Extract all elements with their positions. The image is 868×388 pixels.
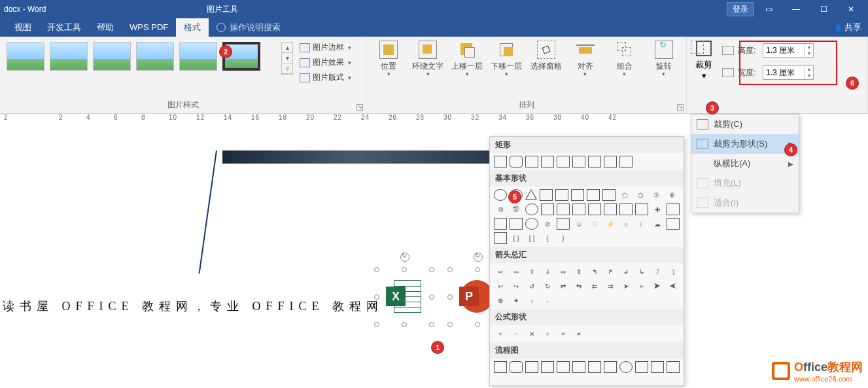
shape-item[interactable]: ⑫ <box>510 203 523 215</box>
shape-not-equal[interactable]: ≠ <box>572 328 585 340</box>
shape-arrow[interactable]: ⇉ <box>604 280 617 292</box>
shape-item[interactable]: ☾ <box>635 218 648 230</box>
group-button[interactable]: 组合▾ <box>606 39 643 77</box>
selection-pane-button[interactable]: 选择窗格 <box>528 39 564 71</box>
shape-item[interactable] <box>557 203 570 215</box>
tab-format[interactable]: 格式 <box>176 18 209 37</box>
shape-arrow[interactable]: ⊕ <box>494 294 507 306</box>
shape-item[interactable]: ⬠ <box>618 189 631 201</box>
send-backward-button[interactable]: 下移一层▾ <box>488 39 525 77</box>
style-thumb[interactable] <box>179 42 217 71</box>
position-button[interactable]: 位置▾ <box>370 39 407 77</box>
style-thumb[interactable] <box>7 42 44 71</box>
close-icon[interactable]: ✕ <box>838 2 864 16</box>
picture-effects-button[interactable]: 图片效果▾ <box>300 57 351 68</box>
style-thumb[interactable] <box>136 42 174 71</box>
shape-arrow[interactable]: ⮜ <box>667 280 680 292</box>
tab-help[interactable]: 帮助 <box>89 18 122 37</box>
shape-arrow[interactable]: ⇇ <box>588 280 601 292</box>
shape-arrow[interactable]: ⮞ <box>651 280 664 292</box>
shape-item[interactable] <box>604 203 617 215</box>
shape-arrow[interactable]: ✦ <box>510 294 523 306</box>
shape-item[interactable] <box>635 361 648 373</box>
shape-item[interactable] <box>510 218 523 230</box>
shape-item[interactable] <box>541 156 554 168</box>
shape-item[interactable] <box>572 361 585 373</box>
shape-arrow[interactable]: ⇧ <box>525 266 538 277</box>
shape-arrow[interactable]: ↩ <box>494 280 507 292</box>
crop-button[interactable]: 裁剪 ▾ <box>691 39 717 80</box>
shape-item[interactable] <box>494 232 507 244</box>
shape-arrow[interactable]: ⇄ <box>557 280 570 292</box>
shape-arrow[interactable]: ⇩ <box>541 266 554 277</box>
shape-arrow[interactable]: ⤴ <box>651 266 664 277</box>
shape-arrow[interactable]: ↳ <box>635 266 648 277</box>
shape-arrow[interactable]: ↱ <box>604 266 617 277</box>
shape-rounded-rect[interactable] <box>510 156 523 168</box>
bring-forward-button[interactable]: 上移一层▾ <box>449 39 485 77</box>
shape-item[interactable]: ⑦ <box>650 189 663 201</box>
shape-item[interactable]: ♡ <box>588 218 601 230</box>
shape-item[interactable]: ☼ <box>619 218 633 230</box>
shape-item[interactable] <box>541 361 554 373</box>
rotate-button[interactable]: 旋转▾ <box>646 39 682 77</box>
shape-arrow[interactable]: ↪ <box>510 280 523 292</box>
contextual-tab-picture-tools[interactable]: 图片工具 <box>199 0 246 18</box>
rotation-handle-icon[interactable] <box>400 253 409 262</box>
shape-arrow[interactable]: ⬪ <box>541 294 554 306</box>
shape-item[interactable] <box>619 156 633 168</box>
shape-item[interactable] <box>602 189 616 201</box>
shape-item[interactable] <box>667 218 680 230</box>
shape-arrow[interactable]: ↺ <box>525 280 538 292</box>
shape-item[interactable] <box>651 361 664 373</box>
shape-item[interactable] <box>571 189 584 201</box>
wrap-text-button[interactable]: 环绕文字▾ <box>409 39 446 77</box>
shape-arrow[interactable]: ⇔ <box>557 266 570 277</box>
picture-styles-gallery[interactable] <box>4 39 279 73</box>
dialog-launcher-icon[interactable]: ↘ <box>677 104 684 111</box>
style-thumb[interactable] <box>50 42 88 71</box>
shape-arrow[interactable]: ⇦ <box>510 266 523 277</box>
shape-item[interactable] <box>667 361 680 373</box>
shape-item[interactable]: ⬡ <box>634 189 647 201</box>
shape-item[interactable] <box>619 361 633 373</box>
dialog-launcher-icon[interactable]: ↘ <box>356 104 363 111</box>
login-button[interactable]: 登录 <box>727 2 754 16</box>
shape-arrow[interactable]: ➢ <box>635 280 648 292</box>
shape-item[interactable] <box>588 156 601 168</box>
shape-item[interactable]: ⊘ <box>541 218 554 230</box>
menu-crop-to-shape[interactable]: 裁剪为形状(S)▶ <box>691 134 799 154</box>
tab-wpspdf[interactable]: WPS PDF <box>122 18 176 37</box>
shape-arrow[interactable]: ⇨ <box>494 266 507 277</box>
shape-item[interactable] <box>525 203 538 215</box>
align-button[interactable]: 对齐▾ <box>567 39 604 77</box>
shape-arrow[interactable]: ➤ <box>619 280 633 292</box>
style-thumb[interactable] <box>93 42 131 71</box>
selected-object-excel[interactable]: X <box>377 270 432 325</box>
maximize-icon[interactable]: ☐ <box>810 2 837 16</box>
shape-item[interactable] <box>557 156 570 168</box>
menu-aspect-ratio[interactable]: 纵横比(A)▶ <box>691 154 799 173</box>
shape-item[interactable] <box>525 218 538 230</box>
shape-item[interactable] <box>540 189 553 201</box>
shape-item[interactable] <box>494 218 507 230</box>
tab-view[interactable]: 视图 <box>7 18 39 37</box>
shape-rectangle[interactable] <box>494 156 507 168</box>
shape-oval[interactable] <box>494 189 507 201</box>
ribbon-display-options-icon[interactable]: ▭ <box>755 2 782 16</box>
shape-item[interactable] <box>588 203 601 215</box>
shape-arrow[interactable]: ↰ <box>588 266 601 277</box>
picture-border-button[interactable]: 图片边框▾ <box>300 42 351 53</box>
shape-arrow[interactable]: ⤵ <box>667 266 680 277</box>
shape-item[interactable]: ☺ <box>572 218 585 230</box>
shape-item[interactable]: ✚ <box>651 203 664 215</box>
shape-item[interactable]: { } <box>510 232 523 244</box>
shape-item[interactable] <box>525 361 538 373</box>
shape-item[interactable] <box>667 203 680 215</box>
shape-item[interactable] <box>604 361 617 373</box>
tab-developer[interactable]: 开发工具 <box>39 18 89 37</box>
shape-item[interactable] <box>604 156 617 168</box>
tell-me-search[interactable]: 操作说明搜索 <box>209 22 288 33</box>
picture-layout-button[interactable]: 图片版式▾ <box>300 72 351 83</box>
shape-item[interactable] <box>572 156 585 168</box>
